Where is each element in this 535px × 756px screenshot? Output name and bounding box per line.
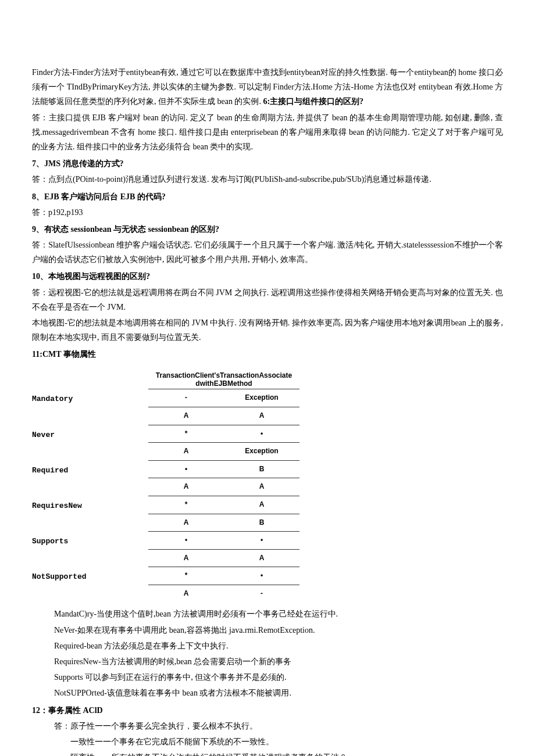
- table-cell: *: [148, 425, 224, 443]
- table-cell: •: [224, 425, 299, 443]
- row-cells: *•AException: [148, 425, 299, 460]
- table-cell: Exception: [224, 443, 299, 460]
- cmt-desc-line: NotSUPPOrted-该值意味着在事务中 bean 或者方法根本不能被调用.: [32, 686, 503, 700]
- table-cell: A: [224, 549, 299, 567]
- acid-line: 隔离性——所有的事务不许允许在执行的时候不受其他进程或者事务的干涉 0: [32, 750, 503, 756]
- row-label: NotSupported: [32, 567, 148, 583]
- cmt-descriptions: MandatC)ry-当使用这个值时,bean 方法被调用时必须有一个事务己经处…: [32, 607, 503, 700]
- q12-title: 12：事务属性 AClD: [32, 703, 503, 718]
- q7-title: 7、JMS 消息传递的方式?: [32, 156, 503, 171]
- intro-paragraph: Finder方法-Finder方法对于entitybean有效, 通过它可以在数…: [32, 65, 503, 109]
- table-row: Mandatory-ExceptionAA: [32, 389, 503, 424]
- table-cell: A: [224, 478, 299, 496]
- table-row: Supports••AA: [32, 531, 503, 567]
- answer-12-lines: 一致性一一个事务在它完成后不能留下系统的不一致性。隔离性——所有的事务不许允许在…: [32, 734, 503, 756]
- row-label: Never: [32, 425, 148, 442]
- cmt-table-header: TransactionClient'sTransactionAssociated…: [148, 370, 299, 389]
- table-cell: A: [224, 407, 299, 424]
- answer-10a: 答：远程视图-它的想法就是远程调用将在两台不同 JVM 之间执行. 远程调用这些…: [32, 285, 503, 314]
- table-row: Never*•AException: [32, 425, 503, 460]
- cmt-desc-line: Supports 可以参与到正在运行的事务中, 但这个事务并不是必须的.: [32, 670, 503, 685]
- acid-line: 一致性一一个事务在它完成后不能留下系统的不一致性。: [32, 734, 503, 749]
- table-cell: B: [224, 514, 299, 531]
- answer-8: 答：p192,p193: [32, 205, 503, 220]
- table-cell: *: [148, 567, 224, 585]
- table-row: Required•BAA: [32, 460, 503, 496]
- q8-title: 8、EJB 客户端访问后台 EJB 的代码?: [32, 189, 503, 204]
- table-cell: -: [148, 389, 224, 407]
- row-label: RequiresNew: [32, 496, 148, 513]
- table-row: NotSupported*•A-: [32, 567, 503, 602]
- row-cells: ••AA: [148, 531, 299, 567]
- answer-6: 答：主接口提供 EJB 客户端对 bean 的访问. 定义了 bean 的生命周…: [32, 110, 503, 155]
- table-cell: A: [148, 585, 224, 602]
- row-cells: •BAA: [148, 460, 299, 496]
- answer-9: 答：SlatefUlsessionbean 维护客户端会话状态. 它们必须属于一…: [32, 238, 503, 267]
- table-cell: A: [148, 514, 224, 531]
- q10-title: 10、本地视图与远程视图的区别?: [32, 269, 503, 284]
- q9-title: 9、有状态 sessionbean 与无状态 sessionbean 的区别?: [32, 222, 503, 237]
- row-cells: *AAB: [148, 496, 299, 531]
- table-cell: A: [224, 496, 299, 514]
- cmt-table-wrap: TransactionClient'sTransactionAssociated…: [32, 370, 503, 603]
- cmt-desc-line: MandatC)ry-当使用这个值时,bean 方法被调用时必须有一个事务己经处…: [32, 607, 503, 621]
- table-cell: •: [148, 532, 224, 550]
- cmt-desc-line: NeVer-如果在现有事务中调用此 bean,容器将抛出 java.rmi.Re…: [32, 623, 503, 637]
- row-label: Required: [32, 460, 148, 477]
- table-cell: A: [148, 443, 224, 460]
- table-cell: •: [148, 460, 224, 478]
- answer-10b: 本地视图-它的想法就是本地调用将在相同的 JVM 中执行. 没有网络开销. 操作…: [32, 316, 503, 345]
- table-cell: A: [148, 478, 224, 496]
- table-header-text: TransactionClient'sTransactionAssociated…: [156, 371, 292, 388]
- table-cell: -: [224, 585, 299, 602]
- answer-7: 答：点到点(POint-to-point)消息通过队列进行发送. 发布与订阅(P…: [32, 172, 503, 187]
- table-cell: •: [224, 532, 299, 550]
- answer-12-lead: 答：原子性一一个事务要么完全执行，要么根本不执行。: [32, 719, 503, 733]
- table-cell: B: [224, 460, 299, 478]
- row-cells: *•A-: [148, 567, 299, 602]
- cmt-desc-line: Required-bean 方法必须总是在事务上下文中执行.: [32, 639, 503, 653]
- row-cells: -ExceptionAA: [148, 389, 299, 424]
- q6-title: 6:主接口与组件接口的区别?: [263, 97, 363, 106]
- table-cell: *: [148, 496, 224, 514]
- table-row: RequiresNew*AAB: [32, 496, 503, 531]
- cmt-desc-line: RequiresNew-当方法被调用的时候,bean 总会需要启动一个新的事务: [32, 654, 503, 669]
- table-cell: A: [148, 549, 224, 567]
- row-label: Mandatory: [32, 389, 148, 406]
- q11-title: 11:CMT 事物属性: [32, 347, 503, 361]
- row-label: Supports: [32, 531, 148, 548]
- table-cell: •: [224, 567, 299, 585]
- table-cell: A: [148, 407, 224, 424]
- table-cell: Exception: [224, 389, 299, 407]
